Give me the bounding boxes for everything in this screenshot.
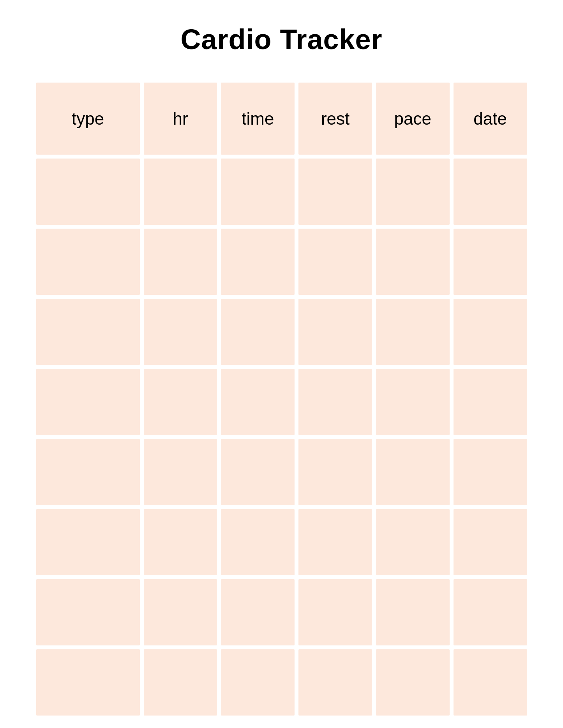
cell-pace-8[interactable] — [376, 649, 450, 716]
cell-type-3[interactable] — [36, 299, 140, 365]
cell-rest-1[interactable] — [298, 159, 372, 225]
page-title: Cardio Tracker — [180, 23, 382, 55]
table-row — [36, 509, 527, 575]
cell-time-1[interactable] — [221, 159, 295, 225]
cell-type-5[interactable] — [36, 439, 140, 505]
cell-type-7[interactable] — [36, 579, 140, 645]
cell-hr-7[interactable] — [144, 579, 217, 645]
cell-pace-3[interactable] — [376, 299, 450, 365]
table-row — [36, 299, 527, 365]
cell-type-2[interactable] — [36, 229, 140, 295]
cell-pace-1[interactable] — [376, 159, 450, 225]
cell-date-3[interactable] — [454, 299, 527, 365]
cell-hr-3[interactable] — [144, 299, 217, 365]
cell-rest-2[interactable] — [298, 229, 372, 295]
col-header-hr: hr — [144, 83, 217, 155]
col-header-time: time — [221, 83, 295, 155]
cell-rest-7[interactable] — [298, 579, 372, 645]
col-header-date: date — [454, 83, 527, 155]
cell-time-6[interactable] — [221, 509, 295, 575]
cell-rest-6[interactable] — [298, 509, 372, 575]
cell-pace-4[interactable] — [376, 369, 450, 435]
cardio-tracker-table: type hr time rest pace date — [32, 79, 531, 719]
cell-time-7[interactable] — [221, 579, 295, 645]
cell-pace-7[interactable] — [376, 579, 450, 645]
cell-hr-2[interactable] — [144, 229, 217, 295]
cell-time-2[interactable] — [221, 229, 295, 295]
cell-rest-5[interactable] — [298, 439, 372, 505]
header-row: type hr time rest pace date — [36, 83, 527, 155]
cell-hr-4[interactable] — [144, 369, 217, 435]
cell-type-1[interactable] — [36, 159, 140, 225]
cell-date-4[interactable] — [454, 369, 527, 435]
table-row — [36, 159, 527, 225]
cell-time-8[interactable] — [221, 649, 295, 716]
cell-type-4[interactable] — [36, 369, 140, 435]
table-row — [36, 579, 527, 645]
cell-hr-1[interactable] — [144, 159, 217, 225]
col-header-rest: rest — [298, 83, 372, 155]
cell-rest-4[interactable] — [298, 369, 372, 435]
table-row — [36, 229, 527, 295]
cell-type-8[interactable] — [36, 649, 140, 716]
cell-pace-2[interactable] — [376, 229, 450, 295]
cell-hr-5[interactable] — [144, 439, 217, 505]
cell-type-6[interactable] — [36, 509, 140, 575]
cell-time-3[interactable] — [221, 299, 295, 365]
col-header-pace: pace — [376, 83, 450, 155]
cell-time-4[interactable] — [221, 369, 295, 435]
cell-pace-6[interactable] — [376, 509, 450, 575]
table-row — [36, 369, 527, 435]
table-row — [36, 439, 527, 505]
cell-hr-8[interactable] — [144, 649, 217, 716]
cell-rest-3[interactable] — [298, 299, 372, 365]
cell-date-8[interactable] — [454, 649, 527, 716]
cell-date-1[interactable] — [454, 159, 527, 225]
cell-pace-5[interactable] — [376, 439, 450, 505]
col-header-type: type — [36, 83, 140, 155]
cell-date-6[interactable] — [454, 509, 527, 575]
cell-time-5[interactable] — [221, 439, 295, 505]
cell-rest-8[interactable] — [298, 649, 372, 716]
cell-date-5[interactable] — [454, 439, 527, 505]
table-row — [36, 649, 527, 716]
cell-date-2[interactable] — [454, 229, 527, 295]
cell-hr-6[interactable] — [144, 509, 217, 575]
cell-date-7[interactable] — [454, 579, 527, 645]
